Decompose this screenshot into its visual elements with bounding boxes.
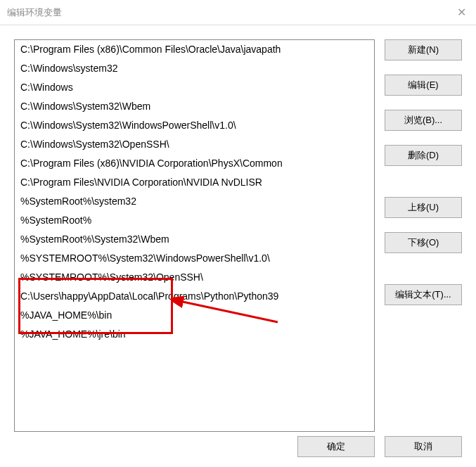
dialog-footer: 确定 取消 <box>297 436 462 457</box>
list-item[interactable]: %SystemRoot%\System32\Wbem <box>15 230 374 249</box>
close-icon[interactable]: ✕ <box>457 6 466 19</box>
list-item[interactable]: C:\Windows\system32 <box>15 59 374 78</box>
list-item[interactable]: %SYSTEMROOT%\System32\OpenSSH\ <box>15 268 374 287</box>
list-item[interactable]: C:\Program Files\NVIDIA Corporation\NVID… <box>15 173 374 192</box>
list-item[interactable]: C:\Program Files (x86)\NVIDIA Corporatio… <box>15 154 374 173</box>
list-item[interactable]: C:\Users\happy\AppData\Local\Programs\Py… <box>15 287 374 306</box>
path-listbox[interactable]: C:\Program Files (x86)\Common Files\Orac… <box>14 39 375 432</box>
button-sidebar: 新建(N) 编辑(E) 浏览(B)... 删除(D) 上移(U) 下移(O) 编… <box>385 39 462 432</box>
list-item[interactable]: %SystemRoot%\system32 <box>15 192 374 211</box>
new-button[interactable]: 新建(N) <box>385 39 462 60</box>
list-item[interactable]: C:\Windows\System32\Wbem <box>15 97 374 116</box>
list-item[interactable]: C:\Windows\System32\WindowsPowerShell\v1… <box>15 116 374 135</box>
list-item[interactable]: C:\Program Files (x86)\Common Files\Orac… <box>15 40 374 59</box>
edittext-button[interactable]: 编辑文本(T)... <box>385 284 462 305</box>
cancel-button[interactable]: 取消 <box>385 436 462 457</box>
list-item[interactable]: %JAVA_HOME%\bin <box>15 306 374 325</box>
list-item[interactable]: %JAVA_HOME%\jre\bin <box>15 325 374 344</box>
movedown-button[interactable]: 下移(O) <box>385 232 462 253</box>
list-item[interactable]: %SYSTEMROOT%\System32\WindowsPowerShell\… <box>15 249 374 268</box>
window-title: 编辑环境变量 <box>7 6 62 19</box>
ok-button[interactable]: 确定 <box>297 436 375 457</box>
delete-button[interactable]: 删除(D) <box>385 145 462 166</box>
browse-button[interactable]: 浏览(B)... <box>385 110 462 131</box>
titlebar: 编辑环境变量 ✕ <box>0 0 476 25</box>
list-item[interactable]: C:\Windows <box>15 78 374 97</box>
list-item[interactable]: C:\Windows\System32\OpenSSH\ <box>15 135 374 154</box>
list-item[interactable]: %SystemRoot% <box>15 211 374 230</box>
edit-button[interactable]: 编辑(E) <box>385 75 462 96</box>
moveup-button[interactable]: 上移(U) <box>385 197 462 218</box>
